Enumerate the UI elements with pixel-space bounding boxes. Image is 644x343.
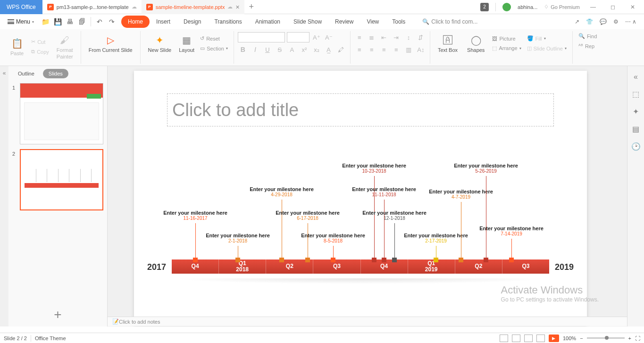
settings-icon[interactable]: ✦	[633, 107, 639, 116]
history-icon[interactable]: 🕑	[631, 142, 641, 151]
close-icon[interactable]: ✕	[626, 4, 639, 10]
milestone[interactable]: Enter your milestone here2-1-2018	[205, 233, 271, 243]
object-select-icon[interactable]: ⬚	[632, 90, 639, 99]
arrange-button[interactable]: ⬚ Arrange ▾	[490, 44, 523, 52]
grow-font-icon[interactable]: A⁺	[311, 32, 322, 42]
decrease-indent-icon[interactable]: ⇤	[379, 32, 389, 42]
zoom-out-icon[interactable]: −	[580, 335, 583, 341]
print-icon[interactable]: 🖶	[64, 16, 75, 27]
shrink-font-icon[interactable]: A⁻	[324, 32, 334, 42]
format-painter-button[interactable]: 🖌FormatPainter	[53, 32, 77, 61]
expand-pane-icon[interactable]: «	[634, 73, 638, 81]
milestone[interactable]: Enter your milestone here11-11-2018	[351, 186, 417, 197]
save-icon[interactable]: 💾	[52, 16, 63, 27]
undo-icon[interactable]: ↶	[94, 16, 105, 27]
justify-icon[interactable]: ≡	[391, 44, 401, 55]
tab-transitions[interactable]: Transitions	[208, 16, 248, 28]
paste-button[interactable]: 📋Paste	[7, 35, 27, 58]
from-current-slide-button[interactable]: ▷From Current Slide	[85, 32, 136, 55]
shadow-icon[interactable]: A	[287, 44, 297, 55]
slide-thumbnail-2[interactable]	[20, 149, 103, 210]
thumbnail-row[interactable]: 2	[12, 149, 103, 210]
add-slide-button[interactable]: +	[8, 303, 107, 326]
new-slide-button[interactable]: ✦New Slide	[144, 32, 176, 55]
highlight-icon[interactable]: 🖍	[336, 44, 346, 55]
tab-insert[interactable]: Insert	[150, 16, 177, 28]
collapse-ribbon-icon[interactable]: ⋯ ∧	[625, 18, 636, 25]
skin-icon[interactable]: 👕	[586, 18, 593, 25]
menu-button[interactable]: Menu ▾	[3, 17, 39, 27]
normal-view-icon[interactable]	[500, 335, 508, 342]
milestone[interactable]: Enter your milestone here12-1-2018	[361, 210, 427, 221]
shapes-button[interactable]: ◯Shapes	[463, 32, 488, 55]
notes-view-icon[interactable]	[536, 335, 545, 342]
milestone[interactable]: Enter your milestone here7-14-2019	[478, 226, 544, 236]
bold-icon[interactable]: B	[238, 44, 248, 55]
fill-button[interactable]: 🪣 Fill ▾	[525, 34, 569, 42]
text-direction-icon[interactable]: ⇵	[416, 32, 426, 42]
align-center-icon[interactable]: ≡	[367, 44, 377, 55]
columns-icon[interactable]: ▥	[403, 44, 414, 55]
increase-indent-icon[interactable]: ⇥	[391, 32, 401, 42]
replace-button[interactable]: ᴬᴮ Rep	[577, 42, 599, 50]
collapse-sidepane-button[interactable]: «	[0, 66, 8, 326]
find-button[interactable]: 🔍 Find	[577, 32, 599, 40]
strike-icon[interactable]: S	[275, 44, 285, 55]
maximize-icon[interactable]: ◻	[606, 4, 619, 10]
document-tab-2[interactable]: P sample-timeline-template.pptx ☁ ×	[142, 0, 244, 14]
tab-review[interactable]: Review	[328, 16, 360, 28]
tab-design[interactable]: Design	[177, 16, 208, 28]
section-button[interactable]: ▭ Section ▾	[198, 44, 230, 52]
milestone[interactable]: Enter your milestone here8-5-2018	[300, 233, 366, 243]
tab-tools[interactable]: Tools	[385, 16, 412, 28]
superscript-icon[interactable]: x²	[299, 44, 309, 55]
line-spacing-icon[interactable]: ↕	[403, 32, 414, 42]
picture-button[interactable]: 🖼 Picture	[490, 35, 523, 42]
reset-button[interactable]: ↺ Reset	[198, 34, 230, 42]
slide-thumbnail-1[interactable]	[20, 83, 103, 144]
underline-icon[interactable]: U	[262, 44, 273, 55]
tab-slideshow[interactable]: Slide Show	[287, 16, 328, 28]
sync-icon[interactable]: ↗	[575, 18, 579, 25]
subscript-icon[interactable]: x₂	[311, 44, 322, 55]
search-box[interactable]: 🔍 Click to find com...	[422, 18, 477, 25]
sorter-view-icon[interactable]	[512, 335, 520, 342]
thumbnail-row[interactable]: 1	[12, 83, 103, 144]
redo-icon[interactable]: ↷	[106, 16, 117, 27]
milestone[interactable]: Enter your milestone here4-29-2018	[249, 186, 315, 197]
align-text-icon[interactable]: A↕	[416, 44, 426, 55]
numbering-icon[interactable]: ≣	[367, 32, 377, 42]
open-icon[interactable]: 📁	[40, 16, 51, 27]
milestone[interactable]: Enter your milestone here6-17-2018	[275, 210, 341, 221]
font-size-input[interactable]	[287, 32, 309, 42]
slideshow-button[interactable]: ▶	[549, 335, 559, 342]
timeline-bar[interactable]: Q4Q12018Q2Q3Q4Q12019Q2Q3	[172, 259, 549, 274]
milestone[interactable]: Enter your milestone here11-16-2017	[162, 210, 228, 221]
slides-tab[interactable]: Slides	[43, 69, 68, 78]
reading-view-icon[interactable]	[524, 335, 533, 342]
tab-animation[interactable]: Animation	[249, 16, 287, 28]
new-tab-button[interactable]: +	[244, 2, 259, 12]
italic-icon[interactable]: I	[250, 44, 260, 55]
bullets-icon[interactable]: ≡	[354, 32, 365, 42]
milestone[interactable]: Enter your milestone here10-23-2018	[341, 163, 407, 174]
print-preview-icon[interactable]: 🗐	[76, 16, 88, 27]
milestone[interactable]: Enter your milestone here4-7-2019	[428, 189, 494, 200]
zoom-in-icon[interactable]: +	[628, 335, 631, 341]
textbox-button[interactable]: 🄰Text Box	[434, 32, 461, 55]
close-icon[interactable]: ×	[235, 3, 239, 11]
copy-button[interactable]: ⧉ Copy	[29, 48, 51, 56]
go-premium-button[interactable]: ♢ Go Premium	[544, 4, 580, 10]
milestone[interactable]: Enter your milestone here5-26-2019	[453, 163, 519, 174]
tab-view[interactable]: View	[360, 16, 385, 28]
font-color-icon[interactable]: A̲	[324, 44, 334, 55]
whatsnew-icon[interactable]: ⚙	[613, 18, 619, 25]
zoom-value[interactable]: 100%	[563, 335, 576, 341]
title-placeholder[interactable]: Click to add title	[167, 93, 554, 126]
outline-tab[interactable]: Outline	[12, 69, 40, 78]
minimize-icon[interactable]: —	[586, 4, 600, 10]
notes-bar[interactable]: 📝 Click to add notes	[108, 317, 627, 326]
milestone[interactable]: Enter your milestone here2-17-2019	[403, 233, 469, 243]
layout-button[interactable]: ▦Layout	[177, 33, 196, 54]
document-tab-1[interactable]: P pm13-sample-p...tone-template ☁	[42, 0, 142, 14]
